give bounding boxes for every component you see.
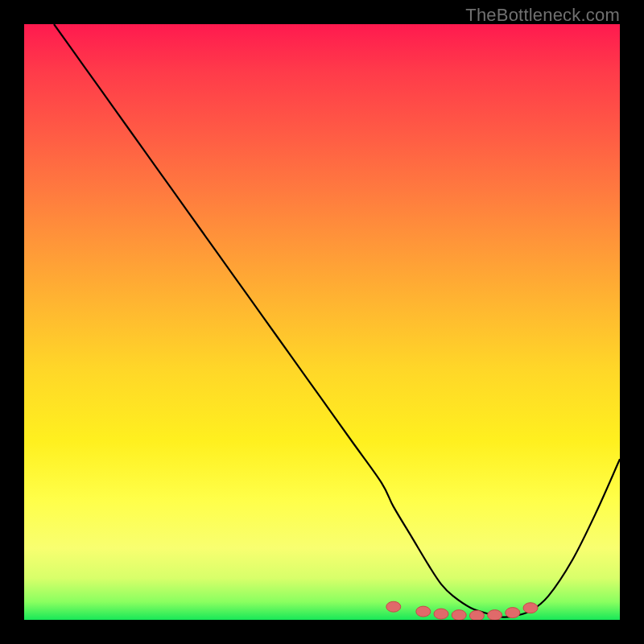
curve-marker [523,603,538,613]
curve-marker [386,601,401,612]
bottleneck-curve-svg [24,24,620,620]
curve-marker [488,610,502,620]
bottleneck-curve-path [54,24,620,617]
marker-group [386,601,538,620]
curve-marker [434,609,448,619]
curve-marker [416,606,431,617]
gradient-plot-area [24,24,620,620]
chart-frame: TheBottleneck.com [0,0,644,644]
attribution-label: TheBottleneck.com [465,5,620,26]
curve-marker [506,608,520,618]
curve-marker [469,610,484,620]
curve-marker [452,610,466,620]
